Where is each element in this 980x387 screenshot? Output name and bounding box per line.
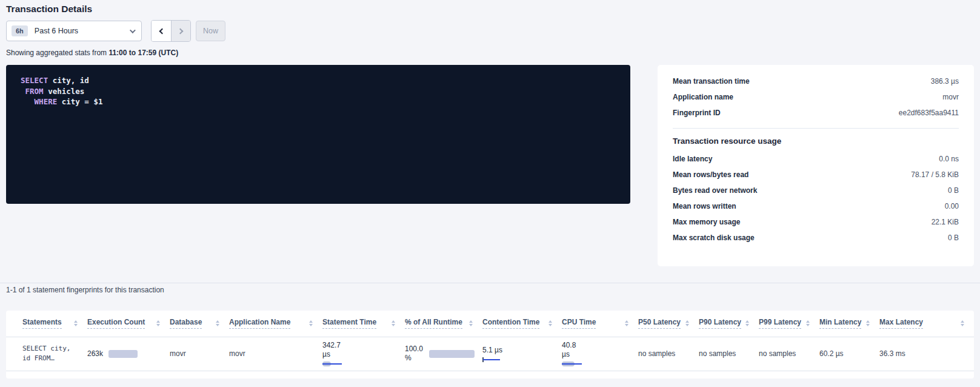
sort-icon[interactable]	[961, 320, 964, 326]
sort-icon[interactable]	[74, 320, 78, 326]
sort-icon[interactable]	[548, 320, 552, 326]
resource-usage-title: Transaction resource usage	[673, 136, 959, 146]
cpu-time-unit: µs	[562, 350, 570, 358]
statement-time-unit: µs	[322, 350, 330, 358]
statements-table-card: Statements Execution Count Database Appl…	[6, 311, 974, 379]
execution-count-bar	[108, 350, 138, 358]
table-header-row: Statements Execution Count Database Appl…	[6, 311, 974, 337]
resource-label: Mean rows written	[673, 202, 736, 210]
column-header-statements[interactable]: Statements	[6, 311, 87, 337]
statement-time-bar-chart	[322, 362, 353, 366]
summary-label: Mean transaction time	[673, 77, 750, 86]
sort-icon[interactable]	[156, 320, 160, 326]
summary-divider	[673, 128, 959, 129]
contention-time-value: 5.1 µs	[482, 346, 502, 354]
column-header-cpu-time[interactable]: CPU Time	[562, 311, 638, 337]
sort-icon[interactable]	[392, 320, 395, 326]
resource-row: Mean rows written 0.00	[673, 198, 959, 214]
prev-time-button[interactable]	[152, 21, 171, 41]
time-step-group	[151, 20, 191, 42]
transaction-details-page: Transaction Details 6h Past 6 Hours Now …	[0, 0, 980, 387]
sort-icon[interactable]	[216, 320, 219, 326]
sort-icon[interactable]	[866, 320, 870, 326]
runtime-pct-value: 100.0	[405, 345, 423, 353]
resource-row: Max memory usage 22.1 KiB	[673, 214, 959, 230]
p90-latency-cell: no samples	[699, 337, 759, 371]
next-time-button[interactable]	[171, 21, 190, 41]
database-cell: movr	[170, 337, 229, 371]
stats-line-range: 11:00 to 17:59 (UTC)	[108, 49, 178, 57]
contention-time-bar-chart	[482, 357, 513, 362]
chevron-left-icon	[159, 28, 165, 34]
sql-text: city = $1	[57, 97, 102, 106]
chevron-down-icon	[130, 27, 136, 33]
time-range-badge: 6h	[12, 25, 28, 36]
column-header-execution-count[interactable]: Execution Count	[87, 311, 170, 337]
time-controls: 6h Past 6 Hours Now	[6, 20, 225, 42]
sort-icon[interactable]	[469, 320, 473, 326]
summary-value: 386.3 µs	[931, 77, 959, 86]
page-title: Transaction Details	[6, 4, 92, 15]
resource-label: Idle latency	[673, 155, 712, 163]
sql-keyword: SELECT	[21, 76, 48, 85]
section-divider	[0, 283, 980, 283]
max-latency-cell: 36.3 ms	[879, 337, 974, 371]
cpu-time-bar-chart	[562, 362, 592, 366]
resource-value: 0 B	[948, 186, 959, 195]
statements-table: Statements Execution Count Database Appl…	[6, 311, 974, 371]
column-header-p50-latency[interactable]: P50 Latency	[638, 311, 699, 337]
sort-icon[interactable]	[745, 320, 749, 326]
column-header-statement-time[interactable]: Statement Time	[322, 311, 405, 337]
sort-icon[interactable]	[685, 320, 689, 326]
resource-value: 0 B	[948, 234, 959, 242]
cpu-time-cell: 40.8µs	[562, 337, 638, 371]
column-header-database[interactable]: Database	[170, 311, 229, 337]
summary-row: Fingerprint ID ee2df683f5aa9411	[673, 105, 959, 121]
min-latency-cell: 60.2 µs	[819, 337, 879, 371]
column-header-max-latency[interactable]: Max Latency	[879, 311, 974, 337]
resource-row: Max scratch disk usage 0 B	[673, 230, 959, 246]
runtime-pct-bar	[429, 350, 475, 358]
column-header-contention-time[interactable]: Contention Time	[482, 311, 562, 337]
column-header-min-latency[interactable]: Min Latency	[819, 311, 879, 337]
sql-keyword: FROM	[21, 87, 44, 96]
p99-latency-cell: no samples	[759, 337, 819, 371]
sql-text: vehicles	[44, 87, 85, 96]
resource-row: Mean rows/bytes read 78.17 / 5.8 KiB	[673, 167, 959, 183]
transaction-summary-card: Mean transaction time 386.3 µs Applicati…	[658, 65, 974, 266]
cpu-time-value: 40.8	[562, 341, 576, 349]
sort-icon[interactable]	[309, 320, 313, 326]
statement-time-value: 342.7	[322, 341, 341, 349]
statement-link[interactable]: SELECT city,id FROM…	[22, 344, 87, 363]
runtime-pct-unit: %	[405, 354, 412, 362]
column-header-p99-latency[interactable]: P99 Latency	[759, 311, 819, 337]
application-name-cell: movr	[229, 337, 322, 371]
sql-line: SELECT city, id	[21, 75, 616, 86]
summary-value: ee2df683f5aa9411	[899, 109, 959, 117]
resource-value: 0.0 ns	[939, 155, 959, 163]
sql-keyword: WHERE	[21, 97, 57, 106]
resource-label: Bytes read over network	[673, 186, 757, 195]
p50-latency-cell: no samples	[638, 337, 699, 371]
summary-row: Mean transaction time 386.3 µs	[673, 73, 959, 89]
statement-time-cell: 342.7µs	[322, 337, 405, 371]
time-range-dropdown[interactable]: 6h Past 6 Hours	[6, 21, 142, 41]
summary-label: Application name	[673, 93, 733, 101]
resource-label: Max memory usage	[673, 218, 740, 226]
resource-label: Max scratch disk usage	[673, 234, 755, 242]
stats-line-prefix: Showing aggregated stats from	[6, 49, 108, 57]
column-header-application-name[interactable]: Application Name	[229, 311, 322, 337]
resource-value: 22.1 KiB	[932, 218, 959, 226]
statements-table-caption: 1-1 of 1 statement fingerprints for this…	[6, 286, 164, 294]
column-header-p90-latency[interactable]: P90 Latency	[699, 311, 759, 337]
resource-label: Mean rows/bytes read	[673, 170, 748, 179]
sort-icon[interactable]	[625, 320, 628, 326]
sort-icon[interactable]	[806, 320, 810, 326]
column-header-runtime-pct[interactable]: % of All Runtime	[405, 311, 482, 337]
sql-line: WHERE city = $1	[21, 96, 616, 107]
chevron-right-icon	[177, 28, 183, 34]
execution-count-cell: 263k	[87, 337, 170, 371]
now-button[interactable]: Now	[196, 21, 225, 41]
statement-cell[interactable]: SELECT city,id FROM…	[6, 337, 87, 371]
time-range-label: Past 6 Hours	[35, 27, 78, 35]
